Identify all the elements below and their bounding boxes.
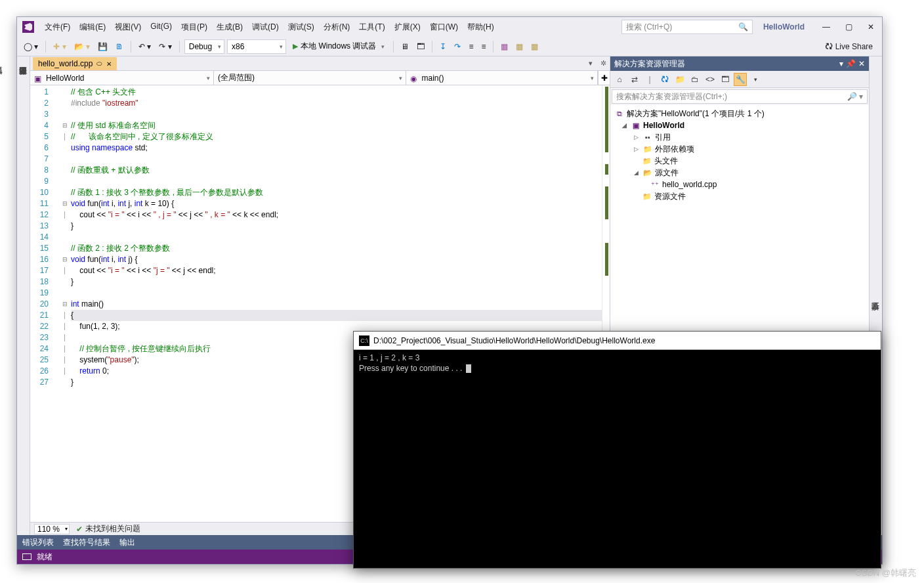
uncomment-icon[interactable]: ▦: [513, 41, 526, 53]
nav-back-button[interactable]: ◯ ▾: [21, 41, 41, 53]
collapse-icon[interactable]: ⇄: [628, 73, 641, 86]
issues-indicator[interactable]: ✔未找到相关问题: [76, 523, 140, 534]
live-share-icon: 🗘: [825, 42, 833, 51]
comment-icon[interactable]: ▦: [498, 41, 511, 53]
bottom-tab[interactable]: 错误列表: [22, 537, 54, 548]
bottom-tab[interactable]: 查找符号结果: [63, 537, 110, 548]
preview-icon[interactable]: 🗔: [719, 73, 732, 86]
tab-gear-icon[interactable]: ✲: [598, 58, 608, 68]
fold-column[interactable]: ⊟│⊟│⊟│⊟││││││: [60, 85, 70, 522]
refresh-icon[interactable]: 📁: [673, 73, 686, 86]
document-tab-active[interactable]: hello_world.cpp ⬭ ✕: [33, 57, 117, 70]
side-tab[interactable]: 服务器资源管理器: [17, 60, 28, 531]
tree-source-files[interactable]: ◢📂源文件: [610, 167, 869, 179]
new-item-button[interactable]: ✚ ▾: [51, 41, 68, 53]
maximize-button[interactable]: ▢: [837, 19, 860, 35]
nav-scope-combo[interactable]: (全局范围): [214, 71, 406, 85]
solution-toolbar: ⌂ ⇄ | 🗘 📁 🗀 <> 🗔 🔧 ▾: [610, 71, 869, 88]
wrench-icon[interactable]: 🔧: [734, 73, 747, 86]
cursor-icon: [466, 364, 471, 373]
main-toolbar: ◯ ▾ ✚ ▾ 📂 ▾ 💾 🗎 ↶ ▾ ↷ ▾ Debug x86 ▶本地 Wi…: [17, 37, 882, 56]
tab-filename: hello_world.cpp: [38, 59, 93, 68]
search-icon: 🔎 ▾: [847, 92, 863, 101]
solution-name-label: HelloWorld: [758, 20, 810, 34]
menu-item[interactable]: 测试(S): [284, 19, 318, 35]
nav-bar: ▣HelloWorld (全局范围) ◉main() ✚: [30, 71, 610, 85]
panel-pin-icon[interactable]: 📌: [846, 59, 856, 68]
step-over-icon[interactable]: ↷: [452, 41, 463, 53]
tab-dropdown-icon[interactable]: ▾: [585, 58, 596, 68]
save-button[interactable]: 💾: [95, 41, 110, 53]
search-placeholder: 搜索 (Ctrl+Q): [626, 22, 672, 33]
solution-search-input[interactable]: 搜索解决方案资源管理器(Ctrl+;) 🔎 ▾: [612, 89, 868, 104]
home-icon[interactable]: ⌂: [613, 73, 626, 86]
properties-icon[interactable]: <>: [704, 73, 717, 86]
close-tab-icon[interactable]: ✕: [106, 60, 112, 68]
tree-resource-files[interactable]: 📁资源文件: [610, 190, 869, 202]
side-tab[interactable]: 工具箱: [0, 60, 4, 531]
undo-button[interactable]: ↶ ▾: [136, 41, 154, 53]
tree-solution-root[interactable]: ⧉解决方案"HelloWorld"(1 个项目/共 1 个): [610, 108, 869, 119]
menu-item[interactable]: 扩展(X): [390, 19, 425, 35]
step-into-icon[interactable]: ↧: [437, 41, 449, 53]
menu-item[interactable]: 文件(F): [41, 19, 74, 35]
menu-item[interactable]: 调试(D): [248, 19, 283, 35]
toolbar-icon-2[interactable]: 🗔: [414, 41, 427, 53]
menu-item[interactable]: 分析(N): [320, 19, 354, 35]
toolbar-icon-1[interactable]: 🖥: [398, 41, 411, 53]
menu-item[interactable]: 窗口(W): [426, 19, 462, 35]
save-all-button[interactable]: 🗎: [113, 41, 126, 53]
status-icon: [22, 553, 32, 560]
console-output: i = 1 , j = 2 , k = 3 Press any key to c…: [354, 350, 881, 568]
menu-item[interactable]: 工具(T): [355, 19, 388, 35]
tree-header-files[interactable]: 📁头文件: [610, 155, 869, 167]
tree-references[interactable]: ▷▪▪引用: [610, 131, 869, 143]
menu-item[interactable]: 视图(V): [111, 19, 145, 35]
pin-icon[interactable]: ⬭: [96, 60, 102, 68]
ok-icon: ✔: [76, 525, 83, 534]
start-debug-button[interactable]: ▶本地 Windows 调试器▾: [289, 39, 388, 53]
redo-button[interactable]: ↷ ▾: [156, 41, 174, 53]
status-text: 就绪: [37, 551, 52, 563]
tree-source-file[interactable]: ⁺⁺hello_world.cpp: [610, 179, 869, 190]
panel-close-icon[interactable]: ✕: [858, 59, 865, 68]
console-icon: C:\: [359, 335, 369, 346]
menu-item[interactable]: Git(G): [146, 19, 176, 35]
nav-project-combo[interactable]: ▣HelloWorld: [30, 71, 214, 85]
main-menu: 文件(F)编辑(E)视图(V)Git(G)项目(P)生成(B)调试(D)测试(S…: [41, 19, 498, 35]
minimize-button[interactable]: —: [815, 19, 837, 35]
window-controls: — ▢ ✕: [815, 19, 882, 35]
tree-external-deps[interactable]: ▷📁外部依赖项: [610, 143, 869, 155]
bottom-tab[interactable]: 输出: [119, 537, 135, 548]
console-title-text: D:\002_Project\006_Visual_Studio\HelloWo…: [373, 336, 655, 345]
console-titlebar[interactable]: C:\ D:\002_Project\006_Visual_Studio\Hel…: [354, 332, 881, 350]
platform-combo[interactable]: x86: [227, 39, 286, 54]
quick-search-input[interactable]: 搜索 (Ctrl+Q) 🔍: [621, 20, 753, 34]
tree-project[interactable]: ◢▣HelloWorld: [610, 119, 869, 131]
left-side-tabs[interactable]: 服务器资源管理器工具箱: [17, 56, 30, 535]
search-icon: 🔍: [738, 22, 748, 32]
outdent-icon[interactable]: ≡: [478, 41, 488, 53]
bookmark-icon[interactable]: ▦: [528, 41, 541, 53]
titlebar: 文件(F)编辑(E)视图(V)Git(G)项目(P)生成(B)调试(D)测试(S…: [17, 17, 882, 37]
panel-dropdown-icon[interactable]: ▾: [839, 59, 843, 68]
config-combo[interactable]: Debug: [184, 39, 224, 54]
vs-logo-icon: [22, 21, 34, 33]
menu-item[interactable]: 项目(P): [177, 19, 211, 35]
sln-search-placeholder: 搜索解决方案资源管理器(Ctrl+;): [616, 91, 727, 102]
zoom-combo[interactable]: 110 %: [34, 524, 70, 534]
open-button[interactable]: 📂 ▾: [72, 41, 93, 53]
console-window: C:\ D:\002_Project\006_Visual_Studio\Hel…: [353, 331, 881, 569]
nav-split-icon[interactable]: ✚: [598, 71, 610, 85]
close-button[interactable]: ✕: [860, 19, 882, 35]
indent-icon[interactable]: ≡: [466, 41, 476, 53]
menu-item[interactable]: 编辑(E): [75, 19, 110, 35]
menu-item[interactable]: 生成(B): [213, 19, 247, 35]
menu-item[interactable]: 帮助(H): [463, 19, 498, 35]
live-share-button[interactable]: 🗘Live Share: [820, 39, 878, 54]
line-number-gutter: 1234567891011121314151617181920212223242…: [30, 85, 60, 522]
sync-icon[interactable]: 🗘: [658, 73, 671, 86]
document-tabs: hello_world.cpp ⬭ ✕ ▾ ✲: [30, 56, 610, 71]
show-all-icon[interactable]: 🗀: [688, 73, 702, 86]
nav-member-combo[interactable]: ◉main(): [406, 71, 598, 85]
